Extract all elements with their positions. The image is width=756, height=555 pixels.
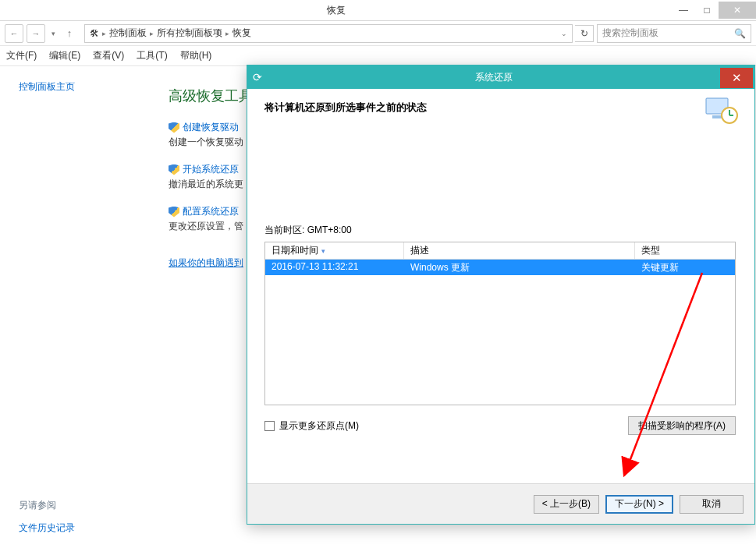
breadcrumb-dropdown-icon[interactable]: ⌄ <box>561 30 567 37</box>
breadcrumb-item[interactable]: 控制面板 <box>109 27 147 40</box>
window-close-button[interactable]: ✕ <box>719 2 756 19</box>
nav-up-button[interactable]: ↑ <box>61 25 78 42</box>
sidebar-file-history-link[interactable]: 文件历史记录 <box>19 521 156 535</box>
nav-toolbar: ← → ▾ ↑ 🛠 ▸ 控制面板 ▸ 所有控制面板项 ▸ 恢复 ⌄ ↻ 搜索控制… <box>0 21 756 46</box>
cell-description: Windows 更新 <box>404 260 635 275</box>
timezone-label: 当前时区: GMT+8:00 <box>264 224 737 237</box>
search-input[interactable]: 搜索控制面板 🔍 <box>597 24 751 43</box>
menu-view[interactable]: 查看(V) <box>93 49 124 62</box>
dialog-heading: 将计算机还原到所选事件之前的状态 <box>264 101 737 115</box>
sidebar: 控制面板主页 另请参阅 文件历史记录 <box>0 66 156 555</box>
see-also-label: 另请参阅 <box>19 499 156 512</box>
col-datetime[interactable]: 日期和时间 ▾ <box>265 242 404 259</box>
col-description[interactable]: 描述 <box>404 242 635 259</box>
breadcrumb-item[interactable]: 恢复 <box>232 27 251 40</box>
menu-tools[interactable]: 工具(T) <box>137 49 167 62</box>
table-row[interactable]: 2016-07-13 11:32:21 Windows 更新 关键更新 <box>265 260 735 275</box>
window-titlebar: 恢复 — □ ✕ <box>0 0 756 21</box>
chevron-right-icon: ▸ <box>225 30 229 37</box>
table-header: 日期和时间 ▾ 描述 类型 <box>265 242 735 260</box>
show-more-checkbox[interactable]: 显示更多还原点(M) <box>264 419 359 433</box>
col-type[interactable]: 类型 <box>635 242 735 259</box>
search-placeholder: 搜索控制面板 <box>602 27 658 40</box>
chevron-right-icon: ▸ <box>150 30 154 37</box>
shield-icon <box>169 164 179 175</box>
window-title: 恢复 <box>0 4 672 17</box>
search-icon: 🔍 <box>734 28 746 39</box>
nav-back-button[interactable]: ← <box>5 24 23 43</box>
menu-bar: 文件(F) 编辑(E) 查看(V) 工具(T) 帮助(H) <box>0 46 756 66</box>
menu-file[interactable]: 文件(F) <box>6 49 37 62</box>
dialog-footer: < 上一步(B) 下一步(N) > 取消 <box>247 483 754 524</box>
dialog-close-button[interactable]: ✕ <box>720 68 753 88</box>
breadcrumb[interactable]: 🛠 ▸ 控制面板 ▸ 所有控制面板项 ▸ 恢复 ⌄ <box>84 24 573 43</box>
nav-history-dropdown[interactable]: ▾ <box>48 30 58 37</box>
next-button[interactable]: 下一步(N) > <box>605 495 673 514</box>
cell-datetime: 2016-07-13 11:32:21 <box>265 260 404 275</box>
back-button[interactable]: < 上一步(B) <box>534 495 599 514</box>
checkbox-label: 显示更多还原点(M) <box>279 419 359 433</box>
menu-edit[interactable]: 编辑(E) <box>49 49 80 62</box>
restore-icon: ⟳ <box>247 71 268 83</box>
maximize-button[interactable]: □ <box>695 2 719 19</box>
dialog-titlebar[interactable]: ⟳ 系统还原 ✕ <box>247 65 754 89</box>
shield-icon <box>169 207 179 217</box>
sidebar-home-link[interactable]: 控制面板主页 <box>19 80 156 94</box>
refresh-button[interactable]: ↻ <box>575 25 594 42</box>
nav-forward-button[interactable]: → <box>27 24 45 43</box>
chevron-right-icon: ▸ <box>102 30 106 37</box>
troubleshoot-link[interactable]: 如果你的电脑遇到 <box>169 257 243 268</box>
breadcrumb-item[interactable]: 所有控制面板项 <box>157 27 222 40</box>
minimize-button[interactable]: — <box>672 2 695 19</box>
breadcrumb-icon: 🛠 <box>90 28 99 39</box>
system-restore-dialog: ⟳ 系统还原 ✕ 将计算机还原到所选事件之前的状态 当前时区: GMT+8:00… <box>247 65 755 525</box>
cancel-button[interactable]: 取消 <box>680 495 744 514</box>
checkbox-box <box>264 421 275 431</box>
cell-type: 关键更新 <box>635 260 735 275</box>
menu-help[interactable]: 帮助(H) <box>180 49 212 62</box>
restore-points-table: 日期和时间 ▾ 描述 类型 2016-07-13 11:32:21 Window… <box>264 242 736 405</box>
shield-icon <box>169 122 179 133</box>
svg-rect-1 <box>712 115 722 118</box>
dialog-title: 系统还原 <box>268 71 720 84</box>
scan-affected-programs-button[interactable]: 扫描受影响的程序(A) <box>628 416 736 435</box>
monitor-clock-icon <box>705 95 739 133</box>
sort-desc-icon: ▾ <box>321 247 325 255</box>
